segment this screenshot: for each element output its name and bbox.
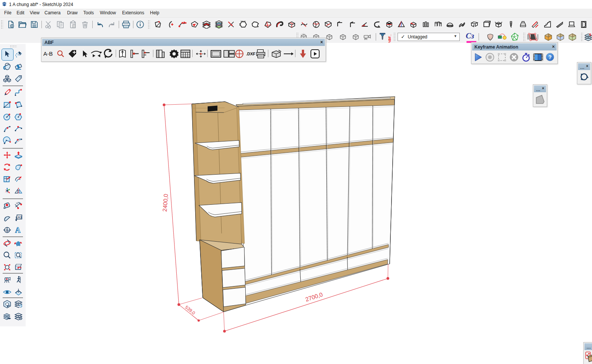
svg-text:A: A (15, 226, 21, 234)
svg-text:A-B: A-B (6, 230, 9, 232)
svg-text:?: ? (548, 54, 552, 60)
svg-text:C: C (6, 227, 8, 230)
svg-text:2700,0: 2700,0 (304, 291, 324, 303)
svg-text:A1: A1 (18, 216, 22, 219)
svg-text:2400,0: 2400,0 (161, 193, 169, 212)
